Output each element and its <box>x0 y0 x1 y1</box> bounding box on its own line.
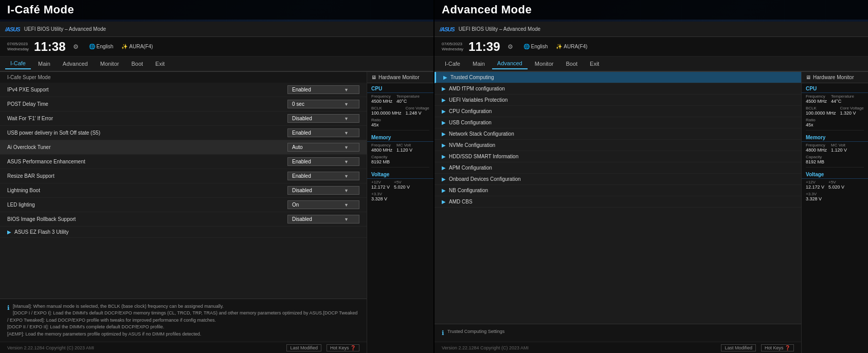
hw-bclk-volt-row: BCLK 100.0000 MHz Core Voltage 1.248 V <box>367 105 433 117</box>
aura-button-adv[interactable]: ✨ AURA(F4) <box>556 44 587 49</box>
nav-main-item[interactable]: Main <box>33 59 56 69</box>
usb-power-dropdown[interactable]: Enabled ▼ <box>287 128 359 137</box>
last-modified-button[interactable]: Last Modified <box>286 344 321 351</box>
uefi-vars-item[interactable]: ▶ UEFI Variables Protection <box>435 95 801 106</box>
info-panel-adv: ℹ Trusted Computing Settings <box>435 324 801 342</box>
hw-bclk-volt-row-adv: BCLK 100.0000 MHz Core Voltage 1.320 V <box>802 105 868 117</box>
footer-advanced: Version 2.22.1284 Copyright (C) 2023 AMI… <box>435 342 801 353</box>
hw-mcvolt-label-adv: MC Volt <box>831 143 847 147</box>
usb-power-label: USB power delivery in Soft Off state (S5… <box>7 130 287 136</box>
post-delay-row: POST Delay Time 0 sec ▼ <box>0 97 367 112</box>
ai-oc-dropdown[interactable]: Auto ▼ <box>287 143 359 152</box>
settings-icon[interactable]: ⚙ <box>73 43 79 50</box>
bios-rollback-dropdown[interactable]: Disabled ▼ <box>287 215 359 224</box>
settings-icon-adv[interactable]: ⚙ <box>508 43 513 50</box>
hdd-smart-item[interactable]: ▶ HDD/SSD SMART Information <box>435 151 801 162</box>
hw-cpu-title: CPU <box>367 83 433 93</box>
f1-error-label: Wait For 'F1' If Error <box>7 116 287 121</box>
usb-config-item[interactable]: ▶ USB Configuration <box>435 117 801 128</box>
hw-33v-val: 3.328 V <box>371 196 429 201</box>
nav-monitor-item[interactable]: Monitor <box>95 59 124 69</box>
hw-12v-label-adv: +12V <box>806 180 824 184</box>
hw-monitor-label: Hardware Monitor <box>378 75 419 80</box>
apm-config-item[interactable]: ▶ APM Configuration <box>435 162 801 174</box>
hw-cpu-title-adv: CPU <box>802 83 868 93</box>
hw-12v-5v-row: +12V 12.172 V +5V 5.020 V <box>367 179 433 191</box>
hot-keys-button[interactable]: Hot Keys ❓ <box>327 344 359 351</box>
hw-monitor-header-adv: 🖥 Hardware Monitor <box>802 72 868 83</box>
hw-freq-label: Frequency <box>371 94 392 99</box>
amd-cbs-item[interactable]: ▶ AMD CBS <box>435 196 801 208</box>
nav-icafe-item[interactable]: I-Cafe <box>5 58 31 69</box>
lightning-boot-dropdown[interactable]: Disabled ▼ <box>287 186 359 195</box>
hw-freq-val-adv: 4500 MHz <box>806 99 827 104</box>
hw-33v-val-adv: 3.328 V <box>806 196 864 201</box>
cpu-config-item[interactable]: ▶ CPU Configuration <box>435 106 801 117</box>
led-lighting-dropdown[interactable]: On ▼ <box>287 200 359 209</box>
f1-error-dropdown[interactable]: Disabled ▼ <box>287 114 359 123</box>
nav-boot-adv[interactable]: Boot <box>560 59 583 69</box>
hw-bclk-label: BCLK <box>371 106 402 110</box>
hw-corevolt-val-adv: 1.320 V <box>840 110 864 116</box>
ai-oc-arrow-icon: ▼ <box>344 145 349 150</box>
onboard-devices-label: Onboard Devices Configuration <box>449 176 521 182</box>
hw-33v-row-adv: +3.3V 3.328 V <box>802 191 868 202</box>
resize-bar-row: Resize BAR Support Enabled ▼ <box>0 169 367 183</box>
asus-perf-dropdown[interactable]: Enabled ▼ <box>287 157 359 166</box>
hdd-smart-label: HDD/SSD SMART Information <box>449 154 518 159</box>
hw-5v-val-adv: 5.020 V <box>828 184 844 190</box>
nvme-config-item[interactable]: ▶ NVMe Configuration <box>435 140 801 151</box>
footer-buttons: Last Modified Hot Keys ❓ <box>286 344 359 351</box>
post-delay-value: 0 sec <box>292 101 304 107</box>
onboard-devices-item[interactable]: ▶ Onboard Devices Configuration <box>435 174 801 185</box>
footer-version-adv: Version 2.22.1284 Copyright (C) 2023 AMI <box>442 345 529 350</box>
ez-flash-item[interactable]: ▶ ASUS EZ Flash 3 Utility <box>0 227 367 238</box>
nb-config-item[interactable]: ▶ NB Configuration <box>435 185 801 196</box>
hw-ratio-label: Ratio <box>371 118 429 122</box>
nav-exit-item[interactable]: Exit <box>150 59 170 69</box>
hw-5v-label: +5V <box>394 180 410 184</box>
date-advanced: 07/05/2023 Wednesday <box>442 42 463 51</box>
post-delay-dropdown[interactable]: 0 sec ▼ <box>287 100 359 108</box>
hw-capacity-label: Capacity <box>371 155 429 159</box>
hot-keys-button-adv[interactable]: Hot Keys ❓ <box>761 344 794 351</box>
hw-temp-val: 40°C <box>396 99 420 104</box>
hw-mem-freq-val: 4800 MHz <box>371 147 392 153</box>
ai-oc-value: Auto <box>292 144 303 150</box>
info-text: [Manual]: When manual mode is selected, … <box>7 304 357 337</box>
footer-version-icafe: Version 2.22.1284 Copyright (C) 2023 AMI <box>7 345 94 350</box>
nav-main-adv[interactable]: Main <box>467 59 490 69</box>
asus-perf-row: ASUS Performance Enhancement Enabled ▼ <box>0 155 367 169</box>
last-modified-button-adv[interactable]: Last Modified <box>721 344 756 351</box>
ipv4-dropdown[interactable]: Enabled ▼ <box>287 85 359 94</box>
nav-icafe-adv[interactable]: I-Cafe <box>440 59 465 69</box>
hw-mem-freq-label-adv: Frequency <box>806 143 827 147</box>
nav-icafe: I-Cafe Main Advanced Monitor Boot Exit <box>0 57 433 72</box>
hw-memory-title: Memory <box>367 132 433 142</box>
bios-rollback-arrow-icon: ▼ <box>344 217 349 222</box>
nav-advanced-item[interactable]: Advanced <box>58 59 93 69</box>
bios-rollback-label: BIOS Image Rollback Support <box>7 216 287 222</box>
trusted-computing-item[interactable]: ▶ Trusted Computing <box>435 72 801 83</box>
f1-error-arrow-icon: ▼ <box>344 116 349 121</box>
resize-bar-dropdown[interactable]: Enabled ▼ <box>287 172 359 180</box>
asus-perf-arrow-icon: ▼ <box>344 159 349 164</box>
uefi-vars-arrow-icon: ▶ <box>442 97 446 103</box>
lightning-boot-value: Disabled <box>292 188 312 193</box>
advanced-settings-list: ▶ Trusted Computing ▶ AMD fTPM configura… <box>435 72 801 324</box>
network-stack-item[interactable]: ▶ Network Stack Configuration <box>435 128 801 140</box>
nav-monitor-adv[interactable]: Monitor <box>530 59 559 69</box>
hw-freq-label-adv: Frequency <box>806 94 827 99</box>
language-button-adv[interactable]: 🌐 English <box>523 44 548 49</box>
aura-icon-adv: ✨ <box>556 44 562 49</box>
bios-header-icafe: /ASUS UEFI BIOS Utility – Advanced Mode <box>0 22 433 37</box>
hw-12v-label: +12V <box>371 180 390 184</box>
nav-advanced-adv[interactable]: Advanced <box>492 58 528 69</box>
nav-exit-adv[interactable]: Exit <box>585 59 604 69</box>
aura-button[interactable]: ✨ AURA(F4) <box>121 44 153 49</box>
amd-ftpm-item[interactable]: ▶ AMD fTPM configuration <box>435 83 801 95</box>
language-button[interactable]: 🌐 English <box>89 44 114 49</box>
resize-bar-arrow-icon: ▼ <box>344 174 349 179</box>
aura-label: AURA(F4) <box>129 44 153 49</box>
nav-boot-item[interactable]: Boot <box>126 59 148 69</box>
